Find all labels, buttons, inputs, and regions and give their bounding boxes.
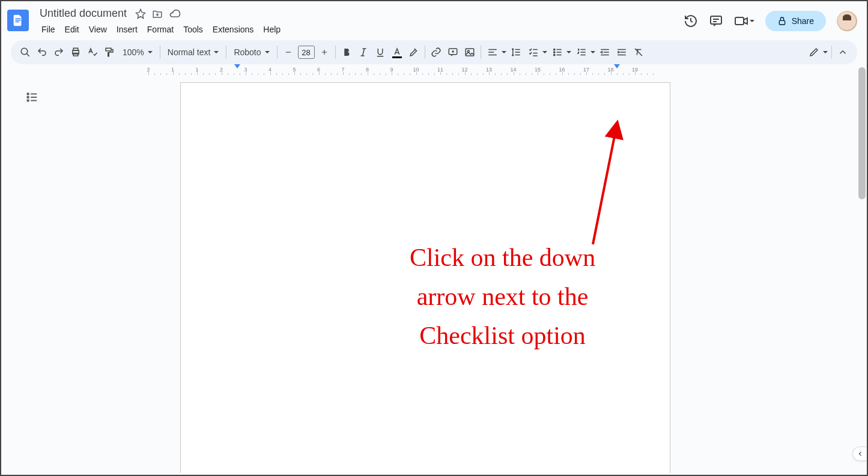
editing-mode-combo (805, 44, 829, 61)
scrollbar-thumb[interactable] (858, 67, 866, 199)
ruler-left-indent[interactable] (234, 64, 240, 68)
highlight-color-button[interactable] (405, 44, 422, 61)
document-title[interactable]: Untitled document (37, 6, 129, 21)
numbered-list-dropdown[interactable] (589, 44, 596, 61)
insert-image-button[interactable] (461, 44, 478, 61)
editing-mode-dropdown[interactable] (822, 44, 829, 61)
increase-font-size-button[interactable] (316, 44, 333, 61)
bold-button[interactable] (338, 44, 355, 61)
menu-format[interactable]: Format (143, 22, 178, 37)
hide-menus-button[interactable] (834, 44, 851, 61)
share-button[interactable]: Share (765, 11, 826, 31)
svg-rect-1 (735, 17, 744, 25)
bulleted-list-dropdown[interactable] (565, 44, 572, 61)
annotation-text: Click on the down arrow next to the Chec… (410, 238, 595, 355)
print-button[interactable] (67, 44, 84, 61)
decrease-font-size-button[interactable] (280, 44, 297, 61)
add-comment-button[interactable] (445, 44, 461, 61)
menu-help[interactable]: Help (259, 22, 285, 37)
align-button[interactable] (484, 44, 500, 61)
line-spacing-button[interactable] (508, 44, 524, 61)
search-menus-button[interactable] (17, 44, 34, 61)
zoom-dropdown[interactable]: 100% (118, 44, 157, 61)
svg-rect-0 (711, 16, 721, 24)
ruler-right-indent[interactable] (614, 64, 620, 68)
avatar[interactable] (837, 11, 857, 31)
increase-indent-button[interactable] (613, 44, 630, 61)
docs-logo[interactable] (7, 10, 29, 31)
clear-formatting-button[interactable] (630, 44, 647, 61)
chevron-down-icon (148, 51, 153, 53)
font-value: Roboto (234, 47, 261, 57)
meet-button[interactable] (734, 14, 754, 28)
menu-view[interactable]: View (85, 22, 111, 37)
vertical-scrollbar[interactable] (858, 67, 866, 451)
svg-point-15 (27, 97, 29, 98)
checklist-dropdown[interactable] (541, 44, 548, 61)
svg-point-11 (553, 49, 554, 50)
chevron-down-icon (750, 20, 754, 22)
svg-rect-5 (73, 48, 78, 50)
font-dropdown[interactable]: Roboto (229, 44, 274, 61)
underline-button[interactable] (372, 44, 389, 61)
svg-point-14 (27, 93, 29, 95)
text-color-button[interactable] (389, 44, 405, 61)
outline-toggle-button[interactable] (25, 91, 38, 106)
paint-format-button[interactable] (101, 44, 118, 61)
bulleted-list-button[interactable] (548, 44, 565, 61)
svg-point-12 (553, 52, 554, 53)
font-size-input[interactable] (298, 46, 315, 59)
svg-rect-2 (779, 20, 785, 25)
menu-edit[interactable]: Edit (61, 22, 83, 37)
toolbar: 100% Normal text Roboto (11, 40, 857, 64)
numbered-list-combo (572, 44, 596, 61)
menu-tools[interactable]: Tools (179, 22, 207, 37)
menu-bar: File Edit View Insert Format Tools Exten… (32, 21, 684, 40)
history-icon[interactable] (684, 14, 698, 28)
italic-button[interactable] (355, 44, 372, 61)
move-icon[interactable] (152, 8, 163, 19)
redo-button[interactable] (50, 44, 67, 61)
checklist-button[interactable] (524, 44, 541, 61)
share-label: Share (792, 16, 814, 26)
insert-link-button[interactable] (428, 44, 445, 61)
horizontal-ruler[interactable]: 2112345678910111213141516171819 (181, 64, 674, 75)
svg-rect-7 (106, 48, 111, 51)
svg-point-3 (21, 48, 28, 55)
align-dropdown[interactable] (500, 44, 508, 61)
svg-point-16 (27, 100, 29, 101)
svg-rect-9 (466, 49, 474, 56)
numbered-list-button[interactable] (572, 44, 589, 61)
paragraph-style-dropdown[interactable]: Normal text (163, 44, 224, 61)
undo-button[interactable] (34, 44, 50, 61)
align-combo (484, 44, 508, 61)
menu-file[interactable]: File (37, 22, 59, 37)
zoom-value: 100% (123, 47, 144, 57)
decrease-indent-button[interactable] (596, 44, 613, 61)
svg-point-13 (553, 54, 554, 55)
checklist-combo (524, 44, 548, 61)
text-color-swatch (392, 56, 402, 58)
cloud-status-icon[interactable] (169, 8, 181, 20)
spellcheck-button[interactable] (84, 44, 101, 61)
chevron-down-icon (214, 51, 219, 53)
editing-mode-button[interactable] (805, 44, 822, 61)
menu-extensions[interactable]: Extensions (208, 22, 258, 37)
chevron-down-icon (265, 51, 270, 53)
star-icon[interactable] (135, 8, 146, 19)
comments-icon[interactable] (709, 14, 723, 28)
bulleted-list-combo (548, 44, 572, 61)
menu-insert[interactable]: Insert (112, 22, 142, 37)
style-value: Normal text (168, 47, 211, 57)
